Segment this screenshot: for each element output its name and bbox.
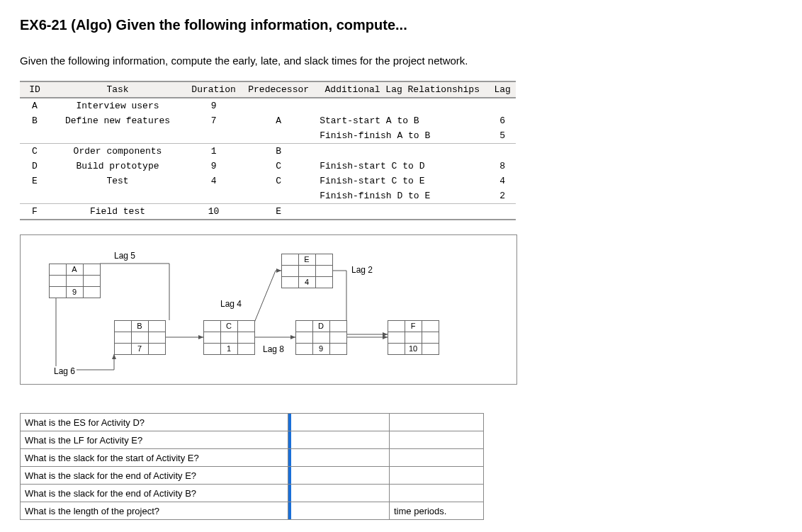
- cell: E: [20, 174, 50, 188]
- cell: [489, 144, 516, 159]
- question-row: What is the LF for Activity E?: [21, 431, 484, 449]
- cell: F: [20, 204, 50, 220]
- col-task: Task: [50, 81, 186, 98]
- answer-input[interactable]: [288, 414, 390, 431]
- col-relationships: Additional Lag Relationships: [315, 81, 489, 98]
- page-title: EX6-21 (Algo) Given the following inform…: [20, 17, 785, 33]
- cell: Define new features: [50, 113, 186, 128]
- answer-input[interactable]: [288, 449, 390, 467]
- node-label: F: [405, 320, 422, 332]
- cell: [315, 98, 489, 113]
- unit-cell: time periods.: [390, 502, 484, 520]
- cell: Field test: [50, 204, 186, 220]
- questions-table: What is the ES for Activity D? What is t…: [20, 413, 484, 520]
- cell: 10: [186, 204, 242, 220]
- cell: [242, 128, 315, 144]
- cell: 4: [186, 174, 242, 188]
- cell: B: [20, 113, 50, 128]
- cell: D: [20, 159, 50, 174]
- cell: [20, 188, 50, 204]
- lag-5-label: Lag 5: [113, 251, 137, 261]
- cell: [489, 98, 516, 113]
- question-row: What is the slack for the end of Activit…: [21, 467, 484, 485]
- node-duration: 4: [298, 276, 316, 288]
- node-label: B: [131, 320, 149, 332]
- node-duration: 10: [405, 343, 422, 355]
- table-row: D Build prototype 9 C Finish-start C to …: [20, 159, 516, 174]
- unit-cell: [390, 467, 484, 485]
- cell: C: [20, 144, 50, 159]
- unit-cell: [390, 414, 484, 431]
- question-row: What is the length of the project? time …: [21, 502, 484, 520]
- cell: Finish-finish A to B: [315, 128, 489, 144]
- node-duration: 7: [131, 343, 149, 355]
- cell: [315, 204, 489, 220]
- node-duration: 9: [312, 343, 330, 355]
- cell: Order components: [50, 144, 186, 159]
- cell: Start-start A to B: [315, 113, 489, 128]
- cell: 7: [186, 113, 242, 128]
- cell: Interview users: [50, 98, 186, 113]
- question-text: What is the ES for Activity D?: [21, 414, 288, 431]
- diagram-arrows: [21, 235, 516, 384]
- lag-4-label: Lag 4: [219, 299, 243, 309]
- question-text: What is the slack for the end of Activit…: [21, 485, 288, 502]
- col-id: ID: [20, 81, 50, 98]
- activity-table: ID Task Duration Predecessor Additional …: [20, 81, 516, 220]
- unit-cell: [390, 485, 484, 502]
- question-text: What is the slack for the start of Activ…: [21, 449, 288, 467]
- node-duration: 1: [220, 343, 238, 355]
- cell: [242, 188, 315, 204]
- answer-input[interactable]: [288, 431, 390, 449]
- node-c: C 1: [203, 320, 254, 354]
- cell: A: [242, 113, 315, 128]
- answer-input[interactable]: [288, 485, 390, 502]
- answer-input[interactable]: [288, 502, 390, 520]
- question-row: What is the ES for Activity D?: [21, 414, 484, 431]
- cell: Finish-start C to D: [315, 159, 489, 174]
- answer-input[interactable]: [288, 467, 390, 485]
- network-diagram: A 9 B 7 C 1 E 4 D 9 F 10 Lag 5 Lag 6 Lag…: [20, 234, 517, 385]
- lag-8-label: Lag 8: [261, 344, 286, 354]
- table-row: A Interview users 9: [20, 98, 516, 113]
- cell: [186, 128, 242, 144]
- cell: [242, 98, 315, 113]
- cell: 4: [489, 174, 516, 188]
- lag-2-label: Lag 2: [350, 265, 374, 275]
- table-row: Finish-finish D to E 2: [20, 188, 516, 204]
- table-row: Finish-finish A to B 5: [20, 128, 516, 144]
- cell: Test: [50, 174, 186, 188]
- question-row: What is the slack for the start of Activ…: [21, 449, 484, 467]
- col-lag: Lag: [489, 81, 516, 98]
- table-row: C Order components 1 B: [20, 144, 516, 159]
- cell: 1: [186, 144, 242, 159]
- cell: 6: [489, 113, 516, 128]
- cell: C: [242, 159, 315, 174]
- cell: 8: [489, 159, 516, 174]
- table-row: B Define new features 7 A Start-start A …: [20, 113, 516, 128]
- cell: [50, 188, 186, 204]
- cell: Finish-start C to E: [315, 174, 489, 188]
- cell: A: [20, 98, 50, 113]
- node-label: A: [66, 264, 84, 276]
- node-d: D 9: [295, 320, 346, 354]
- cell: [20, 128, 50, 144]
- node-duration: 9: [66, 286, 84, 298]
- cell: [50, 128, 186, 144]
- col-predecessor: Predecessor: [242, 81, 315, 98]
- cell: Build prototype: [50, 159, 186, 174]
- lag-6-label: Lag 6: [52, 366, 77, 376]
- cell: Finish-finish D to E: [315, 188, 489, 204]
- col-duration: Duration: [186, 81, 242, 98]
- prompt-text: Given the following information, compute…: [20, 55, 785, 67]
- question-text: What is the length of the project?: [21, 502, 288, 520]
- node-label: E: [298, 254, 316, 266]
- question-row: What is the slack for the end of Activit…: [21, 485, 484, 502]
- node-label: C: [220, 320, 238, 332]
- unit-cell: [390, 449, 484, 467]
- cell: [186, 188, 242, 204]
- node-b: B 7: [114, 320, 165, 354]
- cell: 2: [489, 188, 516, 204]
- table-row: E Test 4 C Finish-start C to E 4: [20, 174, 516, 188]
- table-row: F Field test 10 E: [20, 204, 516, 220]
